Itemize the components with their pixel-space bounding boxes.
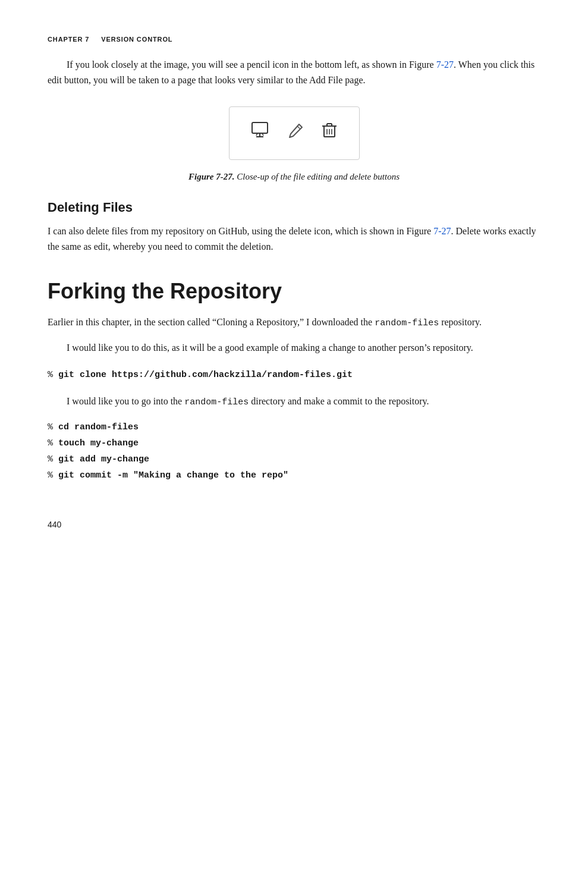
code-single-line: % git clone https://github.com/hackzilla…: [48, 367, 540, 383]
major-p3-text: I would like you to go into the: [67, 396, 184, 406]
monitor-icon: [251, 122, 271, 144]
intro-paragraph: If you look closely at the image, you wi…: [48, 57, 540, 89]
code-line-2: % git add my-change: [48, 451, 540, 467]
page-number: 440: [48, 519, 540, 530]
section1-text-1: I can also delete files from my reposito…: [48, 226, 433, 236]
code-single-cmd: git clone https://github.com/hackzilla/r…: [58, 370, 353, 380]
code-group: % cd random-files% touch my-change% git …: [48, 419, 540, 483]
code-prefix-3: %: [48, 470, 58, 480]
svg-rect-0: [252, 123, 268, 133]
code-line-0: % cd random-files: [48, 419, 540, 435]
code-single-prefix: %: [48, 370, 58, 380]
major-heading-forking: Forking the Repository: [48, 279, 540, 304]
major-p3-cont: directory and make a commit to the repos…: [249, 396, 429, 406]
figure-container: [48, 106, 540, 160]
code-cmd-0: cd random-files: [58, 422, 139, 432]
figure-caption-text: Close-up of the file editing and delete …: [235, 172, 400, 181]
code-prefix-1: %: [48, 438, 58, 448]
trash-icon: [322, 122, 337, 144]
figure-caption: Figure 7-27. Close-up of the file editin…: [48, 172, 540, 182]
major-p3-code: random-files: [184, 397, 249, 407]
major-p2-text: I would like you to do this, as it will …: [67, 343, 473, 353]
code-line-1: % touch my-change: [48, 435, 540, 451]
chapter-label: CHAPTER 7: [48, 36, 89, 43]
major-p1-code: random-files: [375, 318, 439, 328]
figure-image-box: [229, 106, 360, 160]
code-prefix-2: %: [48, 454, 58, 464]
forking-paragraph-1: Earlier in this chapter, in the section …: [48, 315, 540, 331]
forking-paragraph-3: I would like you to go into the random-f…: [48, 394, 540, 410]
code-cmd-1: touch my-change: [58, 438, 139, 448]
code-line-3: % git commit -m "Making a change to the …: [48, 467, 540, 483]
code-cmd-3: git commit -m "Making a change to the re…: [58, 470, 288, 480]
intro-text-1: If you look closely at the image, you wi…: [67, 59, 436, 70]
figure-link-1[interactable]: 7-27: [436, 59, 454, 70]
code-prefix-0: %: [48, 422, 58, 432]
pencil-icon: [288, 123, 304, 143]
figure-caption-bold: Figure 7-27.: [188, 172, 235, 181]
chapter-header: CHAPTER 7 VERSION CONTROL: [48, 36, 540, 43]
chapter-title: VERSION CONTROL: [101, 36, 172, 43]
forking-paragraph-2: I would like you to do this, as it will …: [48, 340, 540, 356]
section-deleting-files-heading: Deleting Files: [48, 200, 540, 215]
deleting-files-paragraph: I can also delete files from my reposito…: [48, 224, 540, 255]
major-p1-text: Earlier in this chapter, in the section …: [48, 317, 375, 327]
figure-link-2[interactable]: 7-27: [433, 226, 451, 236]
code-cmd-2: git add my-change: [58, 454, 149, 464]
major-p1-cont: repository.: [439, 317, 482, 327]
svg-line-5: [297, 126, 300, 129]
page-num-text: 440: [48, 520, 61, 529]
